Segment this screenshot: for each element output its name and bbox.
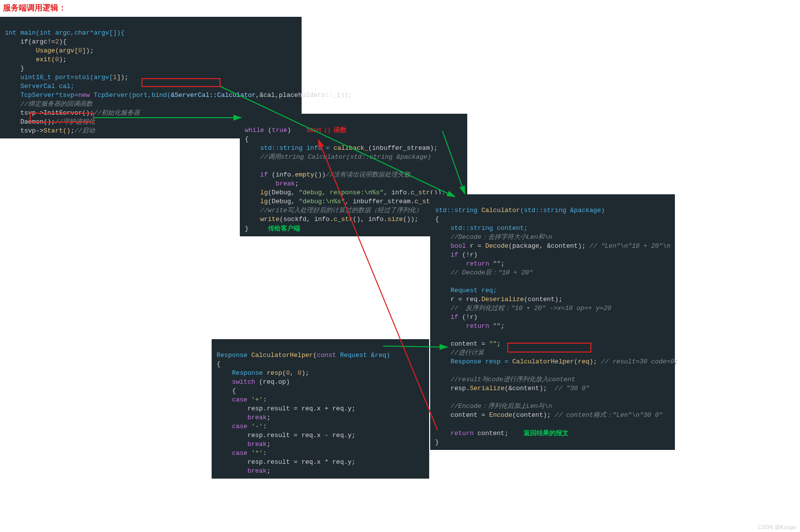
code-line: case '+': <box>217 396 267 403</box>
highlight-start-call <box>30 113 94 123</box>
code-line: // Decode后："10 + 20" <box>435 269 533 276</box>
code-line: break; <box>217 467 270 475</box>
code-line: //调用string Calculator(std::string &packa… <box>245 153 431 161</box>
code-line: content = Encode(content); // content格式：… <box>435 411 663 419</box>
code-line: break; <box>245 180 299 187</box>
code-line: return ""; <box>435 322 504 330</box>
code-line: content = ""; <box>435 340 501 348</box>
code-line: //write写入处理好后的计算过的数据（经过了序列化） <box>245 207 422 214</box>
code-line: lg(Debug, "debug, response:\n%s", info.c… <box>245 189 445 196</box>
return-label: 返回结果的报文 <box>524 429 569 437</box>
code-line: case '-': <box>217 423 267 430</box>
code-line: break; <box>217 414 270 421</box>
code-line: break; <box>217 441 270 448</box>
code-line: resp.Serialize(&content); // "30 0" <box>435 385 589 392</box>
code-line: Request req; <box>435 287 497 294</box>
start-label: Start（）函数 <box>307 126 347 133</box>
code-line: int main(int argc,char*argv[]){ <box>5 29 125 37</box>
code-line: lg(Debug, "debug:\n%s", inbuffer_stream.… <box>245 198 449 205</box>
highlight-servercal <box>141 78 221 87</box>
code-block-calculator: std::string Calculator(std::string &pack… <box>430 194 675 450</box>
code-line: uint16_t port=stoi(argv[1]); <box>5 74 129 81</box>
code-line: switch (req.op) <box>217 378 290 386</box>
code-line: } <box>435 439 439 446</box>
code-line: while (true) Start（）函数 <box>245 127 347 134</box>
code-block-helper: Response CalculatorHelper(const Request … <box>212 339 429 479</box>
code-line: tsvp->Start();//启动 <box>5 127 95 134</box>
code-line: TcpServer*tsvp=new TcpServer(port,bind(&… <box>5 91 352 99</box>
code-line: if (info.empty())//没有读出说明数据处理失败 <box>245 171 410 178</box>
code-line: { <box>245 135 249 143</box>
code-line: Usage(argv[0]); <box>5 47 93 54</box>
code-line: std::string content; <box>435 224 528 232</box>
code-line: Response CalculatorHelper(const Request … <box>217 352 390 359</box>
code-line: { <box>217 360 221 368</box>
code-line: return ""; <box>435 260 504 267</box>
code-line: case '*': <box>217 449 267 457</box>
code-line: std::string info = callback_(inbuffer_st… <box>245 144 438 152</box>
code-line: return content; 返回结果的报文 <box>435 430 569 437</box>
code-line: if(argc!=2){ <box>5 38 67 45</box>
code-line: r = req.Deserialize(content); <box>435 296 562 303</box>
code-line: resp.result = req.x + req.y; <box>217 405 356 412</box>
watermark: CSDN @Kaugo <box>758 524 796 530</box>
code-line: resp.result = req.x * req.y; <box>217 458 356 466</box>
code-line: { <box>217 387 236 395</box>
code-line: ServerCal cal; <box>5 83 74 90</box>
code-line: Response resp(0, 0); <box>217 369 309 377</box>
pass-client-label: 传给客户端 <box>268 224 300 232</box>
code-line: //Encode：序列化后加上Len与\n <box>435 402 552 410</box>
code-line: if (!r) <box>435 251 478 259</box>
code-line: //result与code进行序列化放入content <box>435 376 575 383</box>
code-line: } <box>5 65 24 72</box>
code-line: //进行计算 <box>435 349 484 356</box>
code-line: std::string Calculator(std::string &pack… <box>435 207 605 214</box>
code-line: // 反序列化过程："10 + 20" ->x=10 op=+ y=20 <box>435 305 611 312</box>
page-title: 服务端调用逻辑： <box>3 3 66 13</box>
code-line: if (!r) <box>435 313 478 321</box>
code-line: { <box>435 216 439 223</box>
highlight-calculatorhelper <box>507 343 591 353</box>
code-line: write(sockfd, info.c_str(), info.size())… <box>245 216 418 223</box>
code-line: //Decode：去掉字符大小Len和\n <box>435 233 552 241</box>
code-line: } 传给客户端 <box>245 225 300 232</box>
code-line: exit(0); <box>5 56 67 63</box>
code-line: Response resp = CalculatorHelper(req); /… <box>435 358 678 365</box>
code-line: resp.result = req.x - req.y; <box>217 432 356 439</box>
code-line: //绑定服务器的回调函数 <box>5 100 92 108</box>
code-line: bool r = Decode(package, &content); // "… <box>435 242 670 250</box>
